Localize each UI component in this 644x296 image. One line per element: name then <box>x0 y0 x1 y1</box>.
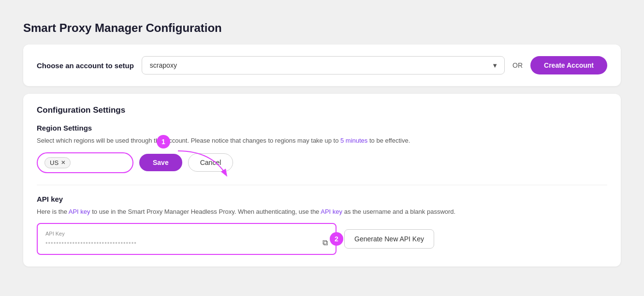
api-key-field-label: API Key <box>45 231 328 237</box>
account-setup-row: Choose an account to setup scrapoxy ▼ OR… <box>37 56 607 74</box>
generate-api-key-button[interactable]: Generate New API Key <box>344 229 434 249</box>
page-title: Smart Proxy Manager Configuration <box>23 21 621 35</box>
time-highlight: 5 minutes <box>340 137 367 144</box>
cancel-button[interactable]: Cancel <box>188 153 234 172</box>
api-key-title: API key <box>37 195 607 203</box>
account-setup-card: Choose an account to setup scrapoxy ▼ OR… <box>23 44 621 86</box>
api-key-section: API key Here is the API key to use in th… <box>37 195 607 255</box>
api-key-highlight-1: API key <box>69 208 90 215</box>
region-description: Select which regions will be used throug… <box>37 136 607 146</box>
page-container: Smart Proxy Manager Configuration Choose… <box>10 10 634 296</box>
region-settings-section: Region Settings Select which regions wil… <box>37 124 607 173</box>
region-row: US ✕ 1 Sa <box>37 152 607 173</box>
step-badge-1: 1 <box>157 135 170 148</box>
copy-icon[interactable]: ⧉ <box>322 238 328 247</box>
step-badge-2: 2 <box>330 232 343 246</box>
api-key-highlight-2: API key <box>321 208 342 215</box>
region-tag-remove-icon[interactable]: ✕ <box>61 160 65 166</box>
api-key-box: API Key ••••••••••••••••••••••••••••••••… <box>37 223 337 255</box>
region-tag-us: US ✕ <box>44 157 71 168</box>
api-key-description: Here is the API key to use in the Smart … <box>37 207 607 217</box>
api-key-value: •••••••••••••••••••••••••••••••••• <box>45 239 322 247</box>
api-key-input-row: API Key ••••••••••••••••••••••••••••••••… <box>37 223 607 255</box>
region-tag-label: US <box>50 159 59 166</box>
api-key-box-wrapper: API Key ••••••••••••••••••••••••••••••••… <box>37 223 337 255</box>
region-input-box[interactable]: US ✕ <box>37 152 133 173</box>
api-key-value-row: •••••••••••••••••••••••••••••••••• ⧉ <box>45 238 328 247</box>
section-divider <box>37 185 607 185</box>
config-section-title: Configuration Settings <box>37 105 607 115</box>
save-button[interactable]: Save <box>139 154 182 171</box>
or-separator: OR <box>512 61 523 69</box>
configuration-card: Configuration Settings Region Settings S… <box>23 94 621 266</box>
region-buttons-wrapper: 1 Save Cancel <box>139 153 233 172</box>
account-setup-label: Choose an account to setup <box>37 61 134 70</box>
region-settings-title: Region Settings <box>37 124 607 132</box>
account-select[interactable]: scrapoxy <box>142 56 505 74</box>
account-select-wrapper: scrapoxy ▼ <box>142 56 505 74</box>
create-account-button[interactable]: Create Account <box>530 56 607 74</box>
